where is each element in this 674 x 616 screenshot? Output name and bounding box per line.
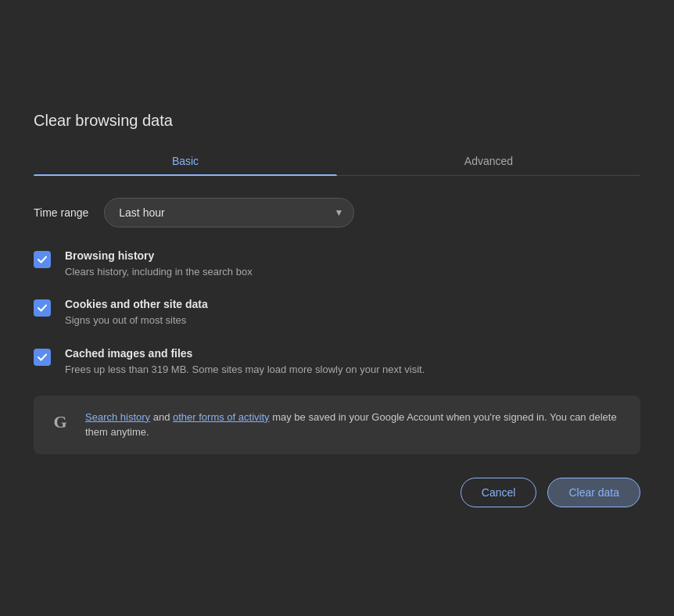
browsing-history-desc: Clears history, including in the search … — [65, 265, 253, 279]
google-banner: G Search history and other forms of acti… — [34, 396, 640, 454]
search-history-link[interactable]: Search history — [85, 411, 150, 423]
clear-data-button[interactable]: Clear data — [547, 478, 640, 507]
google-logo-icon: G — [49, 411, 71, 433]
cancel-button[interactable]: Cancel — [461, 478, 537, 507]
browsing-history-checkbox[interactable] — [34, 251, 51, 268]
dialog-title: Clear browsing data — [34, 112, 640, 130]
tabs-container: Basic Advanced — [34, 145, 640, 176]
time-range-select[interactable]: Last hour Last 24 hours Last 7 days Last… — [104, 198, 354, 227]
cookies-checkbox[interactable] — [34, 299, 51, 317]
other-activity-link[interactable]: other forms of activity — [173, 411, 270, 423]
cached-title: Cached images and files — [65, 347, 425, 360]
browsing-history-title: Browsing history — [65, 249, 253, 262]
tab-basic[interactable]: Basic — [34, 145, 337, 175]
checkmark-icon — [37, 352, 48, 363]
cached-checkbox[interactable] — [34, 349, 51, 366]
cookies-desc: Signs you out of most sites — [65, 313, 208, 328]
time-range-label: Time range — [34, 206, 88, 219]
cookies-title: Cookies and other site data — [65, 298, 208, 310]
button-row: Cancel Clear data — [34, 478, 640, 507]
checkmark-icon — [37, 303, 48, 313]
browsing-history-item: Browsing history Clears history, includi… — [34, 249, 640, 279]
google-banner-text: Search history and other forms of activi… — [85, 410, 625, 440]
clear-browsing-data-dialog: Clear browsing data Basic Advanced Time … — [10, 90, 664, 526]
time-range-select-wrapper: Last hour Last 24 hours Last 7 days Last… — [104, 198, 354, 227]
cached-desc: Frees up less than 319 MB. Some sites ma… — [65, 363, 425, 377]
tab-advanced[interactable]: Advanced — [337, 145, 640, 175]
time-range-row: Time range Last hour Last 24 hours Last … — [34, 198, 640, 227]
checkmark-icon — [37, 254, 48, 265]
cached-item: Cached images and files Frees up less th… — [34, 347, 640, 377]
cookies-item: Cookies and other site data Signs you ou… — [34, 298, 640, 328]
